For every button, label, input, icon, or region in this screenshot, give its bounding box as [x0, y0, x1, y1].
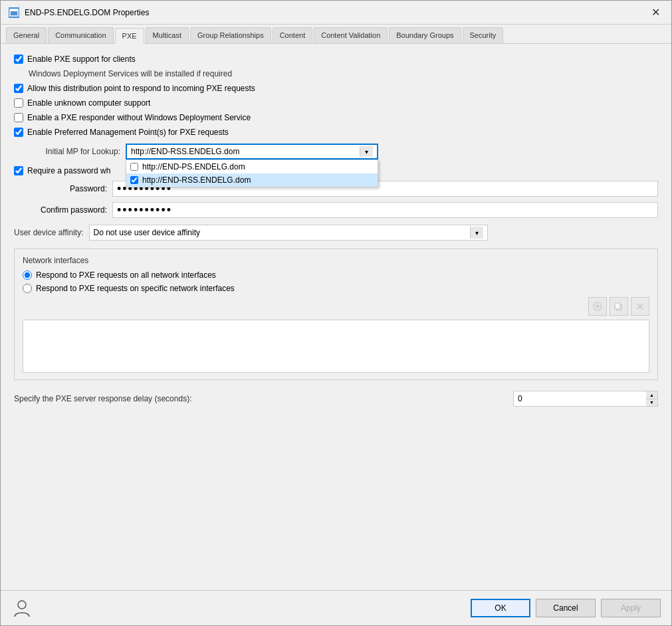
- radio-all-label: Respond to PXE requests on all network i…: [36, 270, 216, 280]
- user-affinity-row: User device affinity: Do not use user de…: [14, 225, 658, 241]
- enable-responder-checkbox[interactable]: [14, 113, 23, 122]
- require-password-label: Require a password wh: [27, 166, 110, 175]
- radio-all-row: Respond to PXE requests on all network i…: [23, 270, 649, 280]
- svg-point-9: [18, 601, 26, 609]
- enable-pxe-checkbox[interactable]: [14, 54, 23, 64]
- footer-buttons: OK Cancel Apply: [471, 599, 661, 617]
- allow-respond-row: Allow this distribution point to respond…: [14, 84, 658, 93]
- confirm-password-row: Confirm password:: [14, 202, 658, 218]
- tab-multicast[interactable]: Multicast: [146, 27, 189, 43]
- user-affinity-label: User device affinity:: [14, 228, 84, 237]
- radio-all-interfaces[interactable]: [23, 270, 32, 280]
- tab-pxe[interactable]: PXE: [115, 28, 144, 44]
- close-button[interactable]: ✕: [647, 5, 663, 21]
- tab-general[interactable]: General: [6, 27, 47, 43]
- dropdown-item-1-label: http://END-RSS.ENDELG.dom: [142, 175, 251, 185]
- enable-pxe-row: Enable PXE support for clients: [14, 54, 658, 64]
- dropdown-item-1[interactable]: http://END-RSS.ENDELG.dom: [126, 173, 378, 187]
- delay-spinner: ▲ ▼: [513, 391, 658, 407]
- initial-mp-dropdown-list: http://END-PS.ENDELG.dom http://END-RSS.…: [126, 159, 378, 187]
- footer: OK Cancel Apply: [1, 590, 671, 625]
- radio-specific-label: Respond to PXE requests on specific netw…: [36, 284, 235, 293]
- delay-row: Specify the PXE server response delay (s…: [14, 391, 658, 407]
- dropdown-arrow-icon[interactable]: ▾: [360, 146, 373, 157]
- allow-respond-label: Allow this distribution point to respond…: [27, 84, 255, 93]
- add-icon-button[interactable]: [588, 297, 607, 316]
- network-toolbar: [23, 297, 649, 316]
- initial-mp-value: http://END-RSS.ENDELG.dom: [131, 147, 360, 156]
- network-list-box[interactable]: [23, 320, 649, 373]
- spinner-buttons: ▲ ▼: [646, 391, 658, 407]
- tab-bar: General Communication PXE Multicast Grou…: [1, 25, 671, 44]
- apply-button[interactable]: Apply: [601, 599, 661, 617]
- user-affinity-arrow-icon[interactable]: ▾: [470, 227, 483, 239]
- user-icon: [11, 597, 33, 619]
- pxe-content: Enable PXE support for clients Windows D…: [1, 44, 671, 590]
- ok-button[interactable]: OK: [471, 599, 530, 617]
- footer-left: [11, 597, 33, 619]
- tab-boundary-groups[interactable]: Boundary Groups: [389, 27, 461, 43]
- initial-mp-row: Initial MP for Lookup: http://END-RSS.EN…: [14, 144, 658, 159]
- spinner-down-button[interactable]: ▼: [646, 399, 657, 407]
- network-interfaces-group: Network interfaces Respond to PXE reques…: [14, 249, 658, 380]
- enable-preferred-row: Enable Preferred Management Point(s) for…: [14, 128, 658, 137]
- allow-respond-checkbox[interactable]: [14, 84, 23, 93]
- radio-specific-row: Respond to PXE requests on specific netw…: [23, 284, 649, 293]
- svg-rect-6: [615, 303, 620, 309]
- network-group-title: Network interfaces: [23, 256, 649, 265]
- window-title: END-PS.ENDELG.DOM Properties: [25, 8, 149, 17]
- enable-responder-row: Enable a PXE responder without Windows D…: [14, 113, 658, 122]
- enable-unknown-label: Enable unknown computer support: [27, 98, 150, 108]
- enable-preferred-label: Enable Preferred Management Point(s) for…: [27, 128, 229, 137]
- dropdown-item-0-checkbox[interactable]: [130, 163, 138, 171]
- enable-pxe-label: Enable PXE support for clients: [27, 54, 136, 64]
- confirm-password-label: Confirm password:: [14, 205, 107, 215]
- tab-security[interactable]: Security: [463, 27, 504, 43]
- cancel-button[interactable]: Cancel: [536, 599, 596, 617]
- user-affinity-dropdown[interactable]: Do not use user device affinity ▾: [89, 225, 488, 241]
- wds-note: Windows Deployment Services will be inst…: [29, 69, 658, 78]
- copy-icon-button[interactable]: [610, 297, 628, 316]
- tab-content[interactable]: Content: [273, 27, 313, 43]
- confirm-password-input[interactable]: [112, 202, 658, 218]
- main-window: END-PS.ENDELG.DOM Properties ✕ General C…: [0, 0, 672, 626]
- initial-mp-dropdown-container: http://END-RSS.ENDELG.dom ▾ http://END-P…: [126, 144, 378, 159]
- delete-icon-button[interactable]: [631, 297, 649, 316]
- password-label: Password:: [14, 184, 107, 193]
- user-affinity-value: Do not use user device affinity: [94, 228, 470, 237]
- require-password-checkbox[interactable]: [14, 166, 23, 175]
- enable-unknown-row: Enable unknown computer support: [14, 98, 658, 108]
- title-bar: END-PS.ENDELG.DOM Properties ✕: [1, 1, 671, 25]
- tab-content-validation[interactable]: Content Validation: [314, 27, 388, 43]
- initial-mp-label: Initial MP for Lookup:: [14, 147, 120, 156]
- dropdown-item-0[interactable]: http://END-PS.ENDELG.dom: [126, 160, 378, 173]
- enable-responder-label: Enable a PXE responder without Windows D…: [27, 113, 251, 122]
- title-bar-left: END-PS.ENDELG.DOM Properties: [9, 7, 149, 18]
- tab-group-relationships[interactable]: Group Relationships: [190, 27, 271, 43]
- radio-specific-interfaces[interactable]: [23, 284, 32, 293]
- enable-preferred-checkbox[interactable]: [14, 128, 23, 137]
- enable-unknown-checkbox[interactable]: [14, 98, 23, 108]
- spinner-up-button[interactable]: ▲: [646, 391, 657, 399]
- initial-mp-dropdown[interactable]: http://END-RSS.ENDELG.dom ▾: [126, 144, 378, 159]
- tab-communication[interactable]: Communication: [48, 27, 113, 43]
- window-icon: [9, 7, 19, 18]
- delay-label: Specify the PXE server response delay (s…: [14, 394, 508, 403]
- svg-rect-1: [10, 9, 18, 11]
- delay-input[interactable]: [513, 391, 646, 407]
- dropdown-item-0-label: http://END-PS.ENDELG.dom: [142, 162, 245, 171]
- dropdown-item-1-checkbox[interactable]: [130, 176, 138, 184]
